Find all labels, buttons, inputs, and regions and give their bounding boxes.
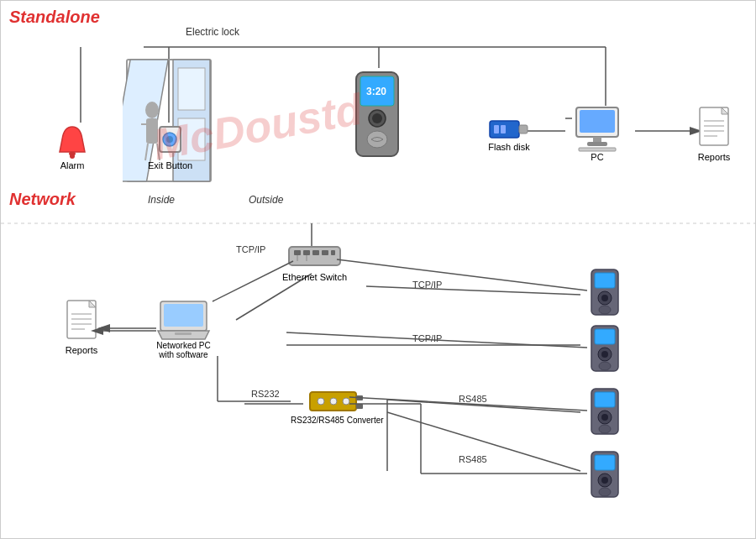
svg-point-87 [599,362,611,370]
alarm-device: Alarm [55,123,89,170]
svg-point-26 [145,102,159,118]
svg-rect-84 [595,329,615,344]
standalone-reports-device: Reports [696,106,732,162]
rs485-label-1: RS485 [459,394,487,404]
pc-label: PC [591,152,603,162]
svg-rect-44 [494,125,499,133]
flash-disk-device: Flash disk [488,117,530,152]
main-device: 3:20 [352,68,402,160]
ethernet-switch-label: Ethernet Switch [282,272,347,282]
standalone-reports-label: Reports [698,152,731,162]
svg-point-96 [601,477,608,484]
svg-point-92 [599,425,611,433]
svg-rect-43 [519,125,528,133]
svg-point-86 [601,351,608,358]
svg-point-97 [599,488,611,496]
svg-point-91 [601,414,608,421]
svg-rect-49 [587,142,607,146]
svg-rect-47 [580,110,615,133]
network-label: Network [9,190,76,209]
svg-line-102 [213,261,293,301]
svg-point-76 [330,398,337,405]
svg-point-41 [367,131,387,148]
svg-rect-24 [178,68,205,110]
svg-rect-65 [164,304,203,327]
ethernet-switch-device: Ethernet Switch [282,240,347,282]
electric-lock-label: Electric lock [186,26,239,38]
network-reports-label: Reports [66,345,98,355]
svg-rect-74 [356,404,363,409]
svg-line-11 [366,286,580,295]
exit-button-device: Exit Button [148,123,192,170]
network-reader-2 [589,324,621,373]
svg-rect-59 [312,250,319,255]
svg-rect-61 [331,250,335,255]
svg-rect-56 [289,247,340,265]
svg-point-35 [166,136,173,143]
converter-label: RS232/RS485 Converter [291,416,384,425]
flash-disk-label: Flash disk [488,142,530,152]
outside-label: Outside [249,194,283,206]
svg-rect-60 [322,250,328,255]
svg-rect-57 [294,250,301,255]
tcp-ip-label-2: TCP/IP [412,280,442,290]
svg-rect-79 [595,273,615,288]
converter-device: RS232/RS485 Converter [291,389,384,425]
standalone-label: Standalone [9,8,100,27]
svg-point-40 [372,113,382,123]
network-reader-1 [589,268,621,317]
svg-marker-14 [97,324,110,332]
svg-point-82 [599,306,611,314]
exit-button-label: Exit Button [148,160,192,170]
svg-rect-73 [356,395,363,400]
rs485-label-2: RS485 [459,454,487,464]
main-container: Standalone Network McDoustd [0,0,756,539]
network-reader-3 [589,387,621,436]
svg-line-98 [337,259,587,290]
networked-pc-device: Networked PC with software [156,299,211,359]
svg-rect-66 [175,332,192,335]
inside-label: Inside [148,194,175,206]
tcp-ip-label-1: TCP/IP [236,244,265,254]
svg-rect-45 [501,125,506,133]
svg-rect-58 [303,250,310,255]
alarm-label: Alarm [60,160,85,170]
svg-rect-94 [595,455,615,470]
networked-pc-label: Networked PC with software [156,341,210,359]
network-reports-device: Reports [64,299,99,355]
svg-point-75 [318,398,324,405]
svg-rect-89 [595,392,615,407]
svg-rect-48 [593,137,601,143]
svg-point-32 [70,154,75,159]
svg-point-81 [601,295,608,301]
network-reader-4 [589,450,621,499]
tcp-ip-label-3: TCP/IP [412,333,442,343]
svg-point-77 [343,398,349,405]
svg-text:3:20: 3:20 [366,86,386,97]
svg-rect-50 [579,148,616,151]
rs232-label: RS232 [251,389,280,399]
pc-device: PC [572,106,622,162]
